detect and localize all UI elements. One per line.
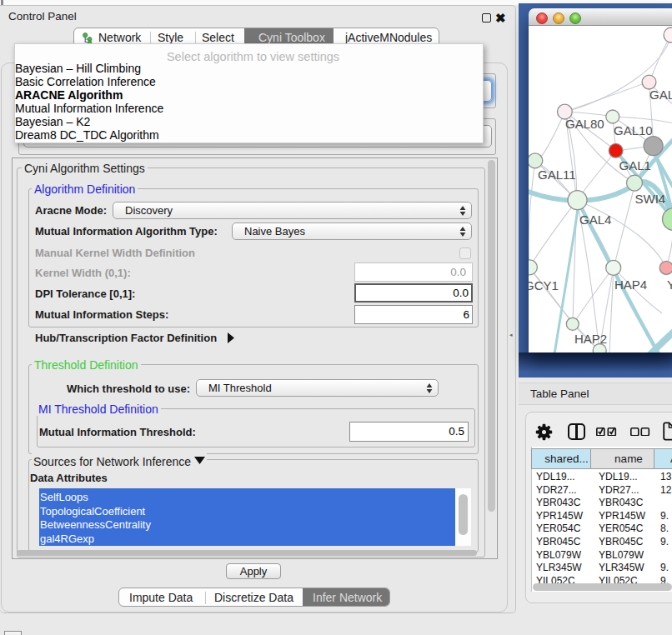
svg-text:GAL11: GAL11 bbox=[538, 168, 576, 182]
svg-text:GAL80: GAL80 bbox=[565, 117, 604, 131]
svg-text:HAP4: HAP4 bbox=[614, 278, 647, 292]
svg-text:GAL7: GAL7 bbox=[649, 88, 672, 102]
svg-text:GAL10: GAL10 bbox=[614, 123, 653, 138]
svg-text:GAL4: GAL4 bbox=[579, 212, 611, 227]
svg-text:SWI4: SWI4 bbox=[635, 192, 666, 206]
svg-text:YD: YD bbox=[667, 278, 672, 292]
svg-text:GAL1: GAL1 bbox=[619, 158, 651, 172]
svg-text:HAP2: HAP2 bbox=[574, 332, 607, 346]
svg-text:GCY1: GCY1 bbox=[529, 278, 559, 292]
